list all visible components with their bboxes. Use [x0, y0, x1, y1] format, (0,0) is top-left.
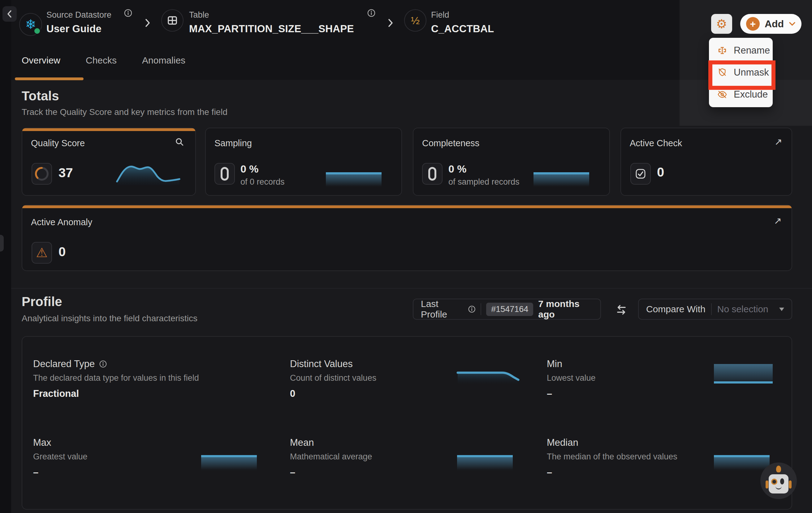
completeness-sparkline	[533, 172, 589, 187]
settings-button[interactable]: ⚙	[711, 14, 732, 34]
sampling-sub: of 0 records	[240, 177, 285, 187]
compare-with-box[interactable]: Compare With No selection	[638, 299, 792, 320]
last-profile-label: Last Profile	[421, 299, 463, 320]
distinct-values-desc: Count of distinct values	[290, 373, 376, 383]
stat-label-text: Distinct Values	[290, 358, 353, 370]
active-anomaly-label: Active Anomaly	[31, 217, 92, 227]
totals-title: Totals	[22, 89, 59, 104]
sampling-icon-box	[214, 163, 235, 185]
field-value[interactable]: C_ACCTBAL	[431, 23, 494, 35]
info-icon[interactable]	[367, 9, 376, 17]
info-icon[interactable]	[99, 360, 107, 368]
sampling-card[interactable]: Sampling 0 % of 0 records	[205, 128, 402, 196]
eye-off-icon	[717, 89, 727, 100]
menu-item-exclude[interactable]: Exclude	[709, 84, 773, 105]
info-icon[interactable]	[124, 9, 133, 17]
completeness-value: 0 %	[448, 163, 467, 175]
table-value[interactable]: MAX_PARTITION_SIZE___SHAPE	[189, 23, 354, 35]
max-desc: Greatest value	[33, 452, 88, 462]
arrow-up-right-icon[interactable]: ↗	[775, 136, 782, 147]
field-label: Field	[431, 10, 449, 20]
add-button[interactable]: + Add	[740, 14, 802, 34]
table-icon	[167, 15, 178, 26]
quality-gauge-box	[32, 163, 52, 185]
stat-label-text: Min	[547, 358, 562, 370]
robot-antenna	[776, 466, 781, 473]
field-overview-page: ❄ Source Datastore User Guide Table MAX_…	[0, 0, 812, 513]
profile-stats-card: Declared Type The declared data type for…	[22, 336, 792, 510]
min-value: –	[547, 388, 552, 399]
rename-icon	[717, 45, 727, 56]
quality-score-value: 37	[58, 165, 73, 180]
search-icon[interactable]	[175, 138, 184, 146]
chevron-right-icon	[387, 18, 394, 28]
compare-swap-icon[interactable]	[615, 304, 628, 316]
active-check-icon-box	[630, 163, 651, 185]
source-datastore-value[interactable]: User Guide	[47, 23, 102, 35]
divider	[481, 303, 481, 315]
quality-score-label: Quality Score	[31, 138, 85, 148]
chevron-right-icon	[145, 18, 151, 28]
menu-item-label: Rename	[734, 45, 770, 56]
min-desc: Lowest value	[547, 373, 596, 383]
active-anomaly-icon-box: ⚠	[32, 242, 52, 264]
robot-ear-left	[765, 481, 768, 488]
divider	[711, 303, 712, 315]
caret-down-icon	[779, 307, 784, 311]
tab-anomalies[interactable]: Anomalies	[142, 55, 185, 66]
menu-item-unmask[interactable]: Unmask	[709, 62, 773, 83]
mean-value: –	[290, 467, 295, 478]
quality-score-card[interactable]: Quality Score 37	[22, 128, 196, 196]
card-accent-bar	[22, 128, 195, 131]
info-icon[interactable]	[468, 305, 475, 314]
compare-with-label: Compare With	[646, 304, 705, 315]
left-edge-strip	[0, 0, 11, 513]
stat-label-text: Median	[547, 437, 578, 448]
collapse-sidebar-button[interactable]	[2, 6, 17, 22]
completeness-label: Completeness	[422, 138, 479, 148]
tab-overview[interactable]: Overview	[22, 55, 60, 66]
robot-ear-right	[789, 481, 791, 488]
menu-item-rename[interactable]: Rename	[709, 39, 773, 61]
quality-gauge-ring	[34, 166, 49, 181]
gear-icon: ⚙	[716, 17, 727, 31]
max-label: Max	[33, 437, 51, 448]
menu-item-label: Unmask	[734, 67, 769, 78]
datastore-snowflake-icon: ❄	[19, 13, 42, 36]
status-dot	[33, 27, 41, 35]
median-sparkline	[714, 455, 770, 471]
median-desc: The median of the observed values	[547, 452, 677, 462]
chevron-down-icon	[789, 21, 795, 26]
min-label: Min	[547, 358, 562, 370]
source-datastore-label: Source Datastore	[47, 10, 111, 20]
distinct-values-label: Distinct Values	[290, 358, 353, 370]
active-anomaly-card[interactable]: Active Anomaly ↗ ⚠ 0	[22, 205, 792, 271]
distinct-values-value: 0	[290, 388, 295, 399]
checkbox-icon	[635, 168, 646, 179]
menu-item-label: Exclude	[734, 89, 768, 100]
tab-checks[interactable]: Checks	[86, 55, 117, 66]
active-tab-underline	[15, 77, 84, 80]
assistant-chat-button[interactable]	[760, 462, 797, 499]
mean-desc: Mathematical average	[290, 452, 372, 462]
profile-title: Profile	[22, 294, 62, 309]
stat-label-text: Mean	[290, 437, 314, 448]
profile-age: 7 months ago	[538, 299, 593, 320]
left-edge-handle[interactable]	[0, 235, 4, 251]
active-check-card[interactable]: Active Check ↗ 0	[620, 128, 792, 196]
shield-off-icon	[717, 67, 727, 78]
active-check-label: Active Check	[630, 138, 682, 148]
profile-id-badge: #1547164	[486, 303, 533, 316]
sampling-label: Sampling	[214, 138, 252, 148]
table-label: Table	[189, 10, 209, 20]
completeness-card[interactable]: Completeness 0 % of sampled records	[413, 128, 610, 196]
median-value: –	[547, 467, 552, 478]
compare-with-value: No selection	[717, 304, 768, 315]
last-profile-box[interactable]: Last Profile #1547164 7 months ago	[413, 299, 601, 320]
min-sparkline	[714, 364, 773, 383]
arrow-up-right-icon[interactable]: ↗	[774, 215, 782, 226]
percent-capsule-icon	[221, 167, 229, 181]
declared-type-value: Fractional	[33, 388, 79, 399]
warning-icon: ⚠	[36, 246, 48, 259]
fraction-icon: ½	[411, 15, 419, 27]
